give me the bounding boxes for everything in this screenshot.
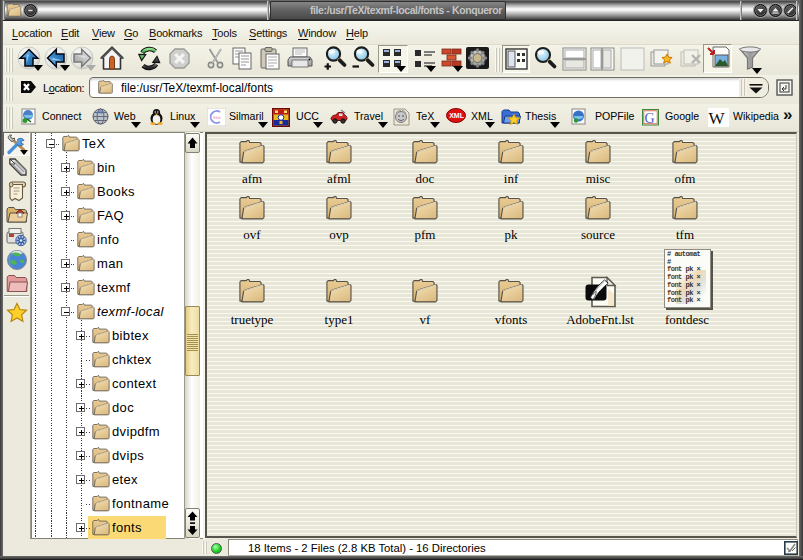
svg-text:G: G [645, 111, 655, 126]
svg-text:XML: XML [449, 112, 465, 119]
svg-text:Silm: Silm [213, 115, 221, 120]
svg-text:W: W [709, 109, 726, 128]
